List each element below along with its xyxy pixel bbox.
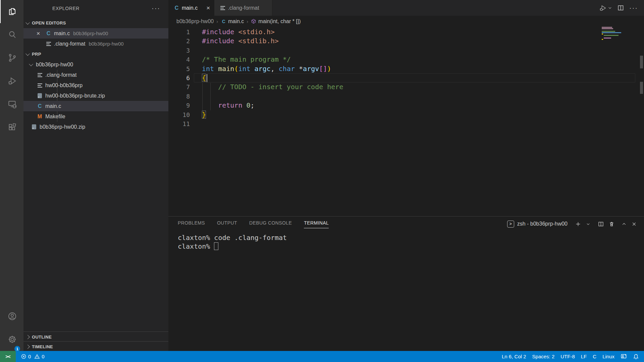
- terminal-output[interactable]: claxton% code .clang-formatclaxton%: [178, 233, 287, 251]
- code-token: int: [238, 65, 250, 73]
- line-number[interactable]: 4: [168, 55, 190, 64]
- minimap-line: [602, 27, 612, 28]
- file-main-c[interactable]: C main.c: [23, 101, 168, 111]
- split-editor-icon[interactable]: [618, 5, 624, 11]
- settings-gear-icon[interactable]: 1: [0, 328, 23, 351]
- explorer-icon[interactable]: [0, 0, 23, 23]
- chevron-down-icon: [29, 62, 33, 66]
- code-token: []: [319, 65, 327, 73]
- line-number[interactable]: 10: [168, 110, 190, 119]
- timeline-section-header[interactable]: TIMELINE: [23, 341, 168, 352]
- explorer-sidebar: EXPLORER ··· OPEN EDITORS × C main.c b0b…: [23, 0, 168, 351]
- code-line[interactable]: /* The main program */: [202, 55, 343, 64]
- code-token: main: [218, 65, 234, 73]
- code-line[interactable]: [202, 92, 343, 101]
- code-token: <stdio.h>: [238, 28, 274, 36]
- line-number[interactable]: 9: [168, 101, 190, 110]
- editor-actions: ···: [599, 0, 638, 16]
- account-icon[interactable]: [0, 305, 23, 328]
- indent-guide: [210, 83, 211, 110]
- remote-indicator[interactable]: ><: [0, 351, 16, 362]
- clang-format-file-icon: [38, 73, 42, 77]
- tab-problems[interactable]: PROBLEMS: [178, 219, 205, 229]
- file-b0b36prp-hw00-zip[interactable]: b0b36prp-hw00.zip: [23, 122, 168, 132]
- breadcrumb-folder[interactable]: b0b36prp-hw00: [176, 18, 214, 24]
- close-icon[interactable]: ×: [206, 4, 210, 12]
- file-hw00-b0b36prp[interactable]: hw00-b0b36prp: [23, 80, 168, 90]
- file-makefile[interactable]: M Makefile: [23, 111, 168, 122]
- line-number[interactable]: 6: [168, 73, 190, 82]
- line-number[interactable]: 7: [168, 82, 190, 92]
- remote-explorer-icon[interactable]: [0, 93, 23, 116]
- clang-format-file-icon: [220, 6, 225, 10]
- code-line[interactable]: // TODO - insert your code here: [202, 82, 343, 92]
- breadcrumb-symbol[interactable]: main(int, char * []): [258, 18, 301, 24]
- code-token: // TODO - insert your code here: [218, 83, 343, 91]
- open-editors-header[interactable]: OPEN EDITORS: [23, 18, 168, 28]
- tab-clang-format[interactable]: .clang-format: [214, 0, 272, 16]
- status-eol[interactable]: LF: [578, 351, 590, 362]
- terminal-selector[interactable]: > zsh - b0b36prp-hw00: [507, 221, 568, 228]
- tab-debug-console[interactable]: DEBUG CONSOLE: [249, 219, 292, 229]
- folder-b0b36prp-hw00[interactable]: b0b36prp-hw00: [23, 59, 168, 70]
- panel-actions: > zsh - b0b36prp-hw00: [507, 217, 637, 231]
- more-actions-icon[interactable]: ···: [629, 4, 638, 12]
- source-control-icon[interactable]: [0, 46, 23, 69]
- open-editor-item-main-c[interactable]: × C main.c b0b36prp-hw00: [23, 28, 168, 39]
- run-debug-icon[interactable]: [0, 69, 23, 93]
- problems-status[interactable]: 0 0: [18, 351, 48, 362]
- run-or-debug-button[interactable]: [599, 4, 612, 12]
- open-editor-item-clang-format[interactable]: .clang-format b0b36prp-hw00: [23, 39, 168, 49]
- status-remote-os[interactable]: Linux: [599, 351, 618, 362]
- chevron-down-icon: [25, 52, 30, 56]
- maximize-panel-icon[interactable]: [622, 222, 627, 227]
- code-line[interactable]: [202, 119, 343, 128]
- code-line[interactable]: {: [202, 73, 343, 82]
- split-terminal-icon[interactable]: [598, 221, 604, 227]
- close-panel-icon[interactable]: [632, 222, 637, 227]
- code-line[interactable]: return 0;: [202, 101, 343, 110]
- activity-bar: 1: [0, 0, 23, 362]
- status-cursor-position[interactable]: Ln 6, Col 2: [499, 351, 529, 362]
- code-editor[interactable]: #include <stdio.h>#include <stdlib.h>/* …: [202, 27, 343, 128]
- kill-terminal-icon[interactable]: [609, 221, 614, 227]
- code-line[interactable]: #include <stdio.h>: [202, 27, 343, 37]
- outline-section-header[interactable]: OUTLINE: [23, 331, 168, 342]
- file-hw00-b0b36prp-brute-zip[interactable]: hw00-b0b36prp-brute.zip: [23, 90, 168, 101]
- code-token: {: [202, 74, 206, 82]
- code-line[interactable]: #include <stdlib.h>: [202, 37, 343, 46]
- code-line[interactable]: }: [202, 110, 343, 119]
- close-icon[interactable]: ×: [36, 31, 41, 36]
- sidebar-title: EXPLORER: [52, 0, 79, 17]
- status-indentation[interactable]: Spaces: 2: [529, 351, 558, 362]
- status-language-mode[interactable]: C: [590, 351, 599, 362]
- breadcrumb-file[interactable]: main.c: [228, 18, 244, 24]
- more-actions-icon[interactable]: ···: [152, 5, 160, 11]
- code-line[interactable]: [202, 46, 343, 55]
- line-number[interactable]: 3: [168, 46, 190, 55]
- project-section-header[interactable]: PRP: [23, 49, 168, 59]
- tab-output[interactable]: OUTPUT: [217, 219, 237, 229]
- status-encoding[interactable]: UTF-8: [557, 351, 578, 362]
- editor-scrollbar[interactable]: [639, 27, 644, 216]
- minimap-line: [602, 31, 615, 32]
- extensions-icon[interactable]: [0, 116, 23, 139]
- tab-terminal[interactable]: TERMINAL: [304, 219, 329, 229]
- new-terminal-icon[interactable]: [575, 221, 581, 227]
- tab-main-c[interactable]: C main.c ×: [168, 0, 214, 16]
- search-icon[interactable]: [0, 23, 23, 46]
- line-number[interactable]: 2: [168, 37, 190, 46]
- line-number[interactable]: 8: [168, 92, 190, 101]
- line-number[interactable]: 11: [168, 119, 190, 128]
- zip-file-icon: [38, 93, 42, 98]
- notifications-bell-icon[interactable]: [630, 351, 642, 362]
- panel-tab-bar: PROBLEMS OUTPUT DEBUG CONSOLE TERMINAL: [178, 217, 329, 231]
- chevron-down-icon[interactable]: [586, 222, 590, 226]
- code-line[interactable]: int main(int argc, char *argv[]): [202, 64, 343, 73]
- feedback-icon[interactable]: [618, 351, 630, 362]
- c-file-icon: C: [38, 103, 42, 109]
- minimap[interactable]: [602, 27, 635, 47]
- line-number[interactable]: 5: [168, 64, 190, 73]
- line-number[interactable]: 1: [168, 27, 190, 37]
- file-clang-format[interactable]: .clang-format: [23, 70, 168, 80]
